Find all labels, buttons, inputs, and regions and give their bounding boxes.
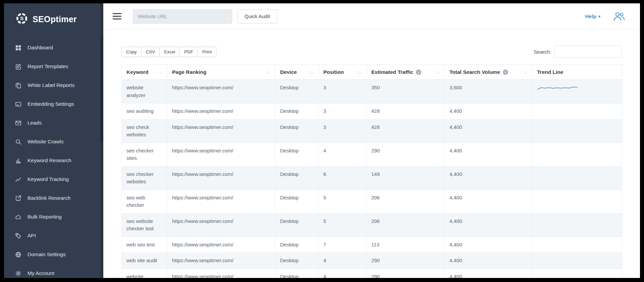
table-row: website analyzerhttps://www.seoptimer.co…	[122, 80, 622, 103]
user-account-icon[interactable]	[613, 11, 625, 21]
copy-button[interactable]: Copy	[121, 47, 142, 57]
sidebar-item-label: White Label Reports	[28, 82, 74, 88]
menu-toggle-button[interactable]	[113, 12, 121, 21]
cell-trend-line	[532, 103, 622, 120]
table-row: seo auditinghttps://www.seoptimer.com/De…	[122, 103, 622, 120]
column-header-device[interactable]: Device↑↓	[275, 65, 319, 80]
cell-position: 4	[319, 253, 367, 269]
sidebar-item-backlink-research[interactable]: Backlink Research	[4, 189, 103, 207]
sidebar-item-embedding-settings[interactable]: Embedding Settings	[4, 95, 103, 113]
cell-trend-line	[532, 80, 622, 103]
trend-sparkline-icon	[537, 85, 580, 91]
cell-total-search-volume: 4,400	[445, 269, 532, 278]
cell-total-search-volume: 4,400	[445, 166, 532, 190]
cell-device: Desktop	[275, 143, 319, 166]
app-window: S SEOptimer DashboardReport TemplatesWhi…	[4, 3, 640, 278]
info-icon[interactable]: i	[416, 69, 421, 75]
sidebar-item-keyword-tracking[interactable]: Keyword Tracking	[4, 170, 103, 189]
sidebar-item-website-crawls[interactable]: Website Crawls	[4, 132, 103, 151]
column-header-total-search-volume[interactable]: Total Search Volumei↑↓	[445, 65, 532, 80]
envelope-icon	[15, 120, 21, 126]
cell-keyword: web seo test	[122, 237, 167, 253]
hamburger-icon	[113, 13, 121, 14]
card-icon	[15, 101, 21, 107]
column-label: Total Search Volume	[449, 69, 500, 75]
column-header-estimated-traffic[interactable]: Estimated Traffici↑↓	[367, 65, 445, 80]
table-toolbar: Copy CSV Excel PDF Print Search:	[121, 46, 622, 58]
sidebar-item-leads[interactable]: Leads	[4, 113, 103, 132]
column-label: Trend Line	[537, 69, 563, 75]
table-row: website auditinghttps://www.seoptimer.co…	[122, 269, 622, 278]
sidebar-item-domain-settings[interactable]: Domain Settings	[4, 245, 103, 264]
export-button-group: Copy CSV Excel PDF Print	[121, 47, 216, 57]
cell-position: 4	[319, 143, 367, 166]
cell-estimated-traffic: 113	[367, 237, 445, 253]
cell-position: 4	[319, 269, 367, 278]
sidebar-scrollbar-thumb[interactable]	[101, 38, 103, 142]
sidebar-nav: DashboardReport TemplatesWhite Label Rep…	[4, 35, 103, 278]
cloud-icon	[15, 214, 21, 220]
sidebar-item-my-account[interactable]: My Account	[4, 264, 103, 278]
sidebar-item-label: Keyword Research	[28, 157, 71, 163]
help-menu[interactable]: Help ▾	[585, 13, 600, 19]
column-header-keyword[interactable]: Keyword↑↓	[122, 65, 167, 80]
external-link-icon	[15, 195, 21, 201]
sidebar-item-label: API	[28, 233, 36, 239]
gear-icon	[15, 270, 21, 277]
pdf-button[interactable]: PDF	[179, 47, 198, 57]
cell-page-ranking: https://www.seoptimer.com/	[167, 237, 275, 253]
pencil-square-icon	[15, 63, 21, 70]
column-header-page-ranking[interactable]: Page Ranking↑↓	[167, 65, 275, 80]
sidebar-item-bulk-reporting[interactable]: Bulk Reporting	[4, 207, 103, 226]
column-label: Page Ranking	[172, 69, 207, 75]
sidebar-item-api[interactable]: API	[4, 226, 103, 245]
cell-device: Desktop	[275, 119, 319, 143]
cell-estimated-traffic: 350	[367, 80, 445, 103]
csv-button[interactable]: CSV	[141, 47, 160, 57]
brand-logo[interactable]: S SEOptimer	[4, 3, 103, 35]
sidebar-item-white-label-reports[interactable]: White Label Reports	[4, 76, 103, 95]
table-row: seo checker websiteshttps://www.seoptime…	[122, 166, 622, 190]
print-button[interactable]: Print	[198, 47, 216, 57]
quick-audit-button[interactable]: Quick Audit	[237, 9, 277, 23]
cell-estimated-traffic: 290	[367, 253, 445, 269]
column-label: Device	[280, 69, 297, 75]
keyword-table-body: website analyzerhttps://www.seoptimer.co…	[122, 80, 622, 278]
cell-position: 7	[319, 237, 367, 253]
sidebar-item-keyword-research[interactable]: Keyword Research	[4, 151, 103, 170]
cell-keyword: seo check websites	[122, 119, 167, 143]
table-row: seo checker siteshttps://www.seoptimer.c…	[122, 143, 622, 166]
cell-estimated-traffic: 428	[367, 119, 445, 143]
copy-pages-icon	[15, 82, 21, 89]
cell-trend-line	[532, 190, 622, 213]
website-url-input[interactable]	[133, 9, 232, 23]
cell-position: 3	[319, 119, 367, 143]
cell-keyword: website auditing	[122, 269, 167, 278]
info-icon[interactable]: i	[503, 69, 508, 75]
table-row: web site audithttps://www.seoptimer.com/…	[122, 253, 622, 269]
sort-icon: ↑↓	[310, 70, 314, 75]
sidebar-item-label: Report Templates	[28, 63, 68, 69]
column-label: Position	[323, 69, 344, 75]
table-row: seo website checker toolhttps://www.seop…	[122, 213, 622, 237]
cell-position: 3	[319, 80, 367, 103]
cell-keyword: website analyzer	[122, 80, 167, 103]
sidebar: S SEOptimer DashboardReport TemplatesWhi…	[4, 3, 103, 278]
cell-device: Desktop	[275, 237, 319, 253]
tag-icon	[15, 233, 21, 239]
cell-total-search-volume: 4,400	[445, 213, 532, 237]
keywords-table: Keyword↑↓ Page Ranking↑↓ Device↑↓ Positi…	[121, 64, 622, 278]
cell-keyword: seo checker sites	[122, 143, 167, 166]
excel-button[interactable]: Excel	[159, 47, 180, 57]
cell-trend-line	[532, 237, 622, 253]
cell-device: Desktop	[275, 166, 319, 190]
caret-down-icon: ▾	[598, 14, 600, 19]
cell-keyword: seo web checker	[122, 190, 167, 213]
search-input[interactable]	[554, 46, 622, 58]
column-header-position[interactable]: Position↑↓	[319, 65, 367, 80]
table-row: seo check websiteshttps://www.seoptimer.…	[122, 119, 622, 143]
sidebar-item-dashboard[interactable]: Dashboard	[4, 38, 103, 57]
cell-keyword: web site audit	[122, 253, 167, 269]
cell-trend-line	[532, 166, 622, 190]
sidebar-item-report-templates[interactable]: Report Templates	[4, 57, 103, 76]
